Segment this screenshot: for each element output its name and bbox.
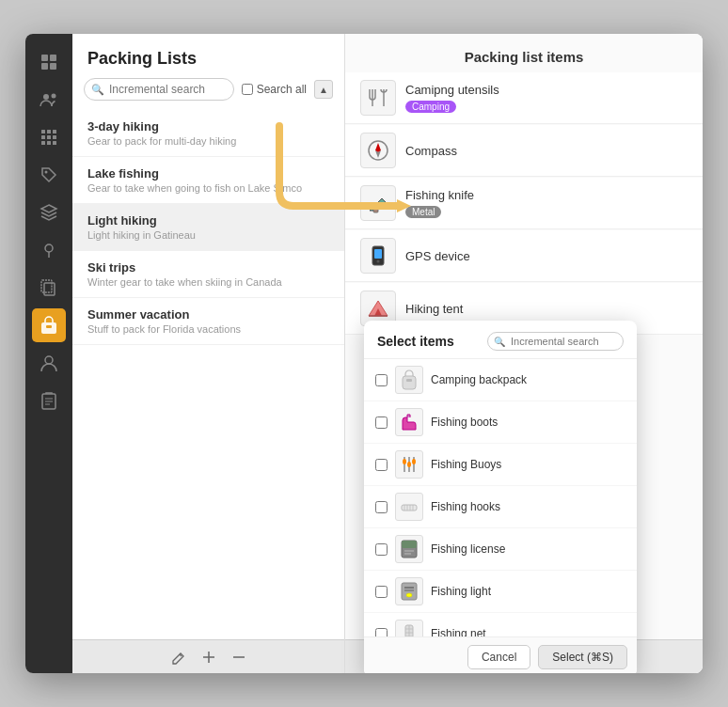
svg-rect-6 [41, 130, 45, 134]
svg-point-50 [412, 459, 416, 464]
svg-rect-13 [47, 141, 51, 145]
sidebar-icon-tag[interactable] [32, 158, 66, 192]
packing-item-gps[interactable]: GPS device [345, 230, 703, 282]
list-item-desc: Winter gear to take when skiing in Canad… [87, 276, 329, 288]
svg-rect-35 [373, 209, 378, 212]
list-item-title: Lake fishing [87, 166, 329, 181]
svg-rect-2 [41, 63, 48, 70]
svg-rect-18 [41, 280, 52, 292]
item-thumbnail [360, 185, 396, 221]
modal-search-input[interactable] [487, 332, 624, 351]
item-thumb [395, 535, 423, 563]
select-item-fishing-net[interactable]: Fishing net [364, 613, 637, 636]
select-item-fishing-light[interactable]: Fishing light [364, 571, 637, 613]
svg-point-16 [45, 244, 53, 252]
svg-rect-44 [406, 379, 412, 382]
svg-point-5 [52, 94, 56, 99]
svg-rect-60 [402, 583, 417, 600]
svg-rect-12 [41, 141, 45, 145]
sidebar-icon-chart[interactable] [32, 45, 66, 79]
sidebar-icon-clipboard[interactable] [32, 384, 66, 417]
sidebar-icon-pin[interactable] [32, 233, 66, 267]
sidebar-icon-bag[interactable] [32, 308, 66, 342]
sidebar-icon-layers[interactable] [32, 196, 66, 229]
search-input-wrapper: 🔍 [84, 78, 234, 101]
select-item-name: Fishing light [431, 585, 491, 598]
select-checkbox-fishing-buoys[interactable] [375, 459, 388, 471]
item-info: Fishing knife Metal [405, 188, 688, 219]
item-thumb [395, 450, 423, 479]
list-item-light-hiking[interactable]: Light hiking Light hiking in Gatineau [72, 204, 344, 251]
svg-rect-10 [47, 135, 51, 139]
select-item-fishing-hooks[interactable]: Fishing hooks [364, 486, 637, 528]
list-item-hiking-3day[interactable]: 3-day hiking Gear to pack for multi-day … [72, 110, 344, 157]
select-item-fishing-boots[interactable]: Fishing boots [364, 401, 637, 444]
packing-item-knife[interactable]: Fishing knife Metal [345, 178, 703, 229]
select-item-name: Fishing boots [431, 416, 498, 429]
select-item-name: Camping backpack [431, 373, 527, 386]
sidebar [25, 34, 72, 673]
item-thumbnail [360, 133, 396, 168]
item-thumb [395, 366, 423, 394]
list-item-lake-fishing[interactable]: Lake fishing Gear to take when going to … [72, 157, 344, 204]
svg-point-49 [407, 462, 411, 467]
item-thumb [395, 620, 423, 636]
search-all-label: Search all [242, 83, 307, 96]
sidebar-icon-user[interactable] [32, 346, 66, 380]
select-item-fishing-buoys[interactable]: Fishing Buoys [364, 444, 637, 486]
edit-button[interactable] [171, 650, 186, 665]
sidebar-icon-people[interactable] [32, 83, 66, 117]
list-item-summer-vacation[interactable]: Summer vacation Stuff to pack for Florid… [72, 298, 344, 345]
item-thumbnail [360, 80, 396, 116]
item-info: Camipng utensils Camping [405, 83, 688, 114]
select-item-name: Fishing net [431, 627, 486, 636]
select-item-name: Fishing Buoys [431, 458, 501, 471]
svg-point-38 [377, 260, 380, 263]
select-item-camping-backpack[interactable]: Camping backpack [364, 359, 637, 401]
select-item-name: Fishing hooks [431, 500, 500, 513]
svg-point-63 [406, 593, 412, 597]
expand-button[interactable]: ▲ [314, 80, 333, 99]
packing-item-compass[interactable]: Compass [345, 125, 703, 177]
packing-item-utensils[interactable]: Camipng utensils Camping [345, 72, 703, 124]
item-name: Fishing knife [405, 188, 688, 202]
search-all-checkbox[interactable] [242, 84, 253, 95]
add-button[interactable] [201, 650, 216, 665]
select-checkbox-fishing-net[interactable] [375, 628, 388, 637]
svg-rect-14 [53, 141, 56, 145]
svg-rect-17 [44, 283, 55, 295]
item-tag: Camping [405, 101, 456, 113]
select-checkbox-fishing-boots[interactable] [375, 416, 388, 429]
select-checkbox-fishing-hooks[interactable] [375, 501, 388, 513]
svg-rect-37 [374, 249, 382, 259]
select-item-name: Fishing license [431, 542, 505, 556]
select-button[interactable]: Select (⌘S) [538, 645, 627, 669]
item-tag: Metal [405, 206, 441, 218]
sidebar-icon-grid[interactable] [32, 120, 66, 154]
sidebar-icon-copy[interactable] [32, 271, 66, 305]
list-item-ski-trips[interactable]: Ski trips Winter gear to take when skiin… [72, 251, 344, 298]
select-item-fishing-license[interactable]: Fishing license [364, 528, 637, 571]
select-checkbox-fishing-license[interactable] [375, 543, 388, 556]
item-thumbnail [360, 238, 396, 274]
svg-rect-57 [402, 541, 417, 548]
select-checkbox-camping-backpack[interactable] [375, 374, 388, 386]
svg-rect-43 [403, 376, 416, 389]
select-checkbox-fishing-light[interactable] [375, 586, 388, 598]
modal-header: Select items 🔍 [364, 321, 637, 359]
modal-search-icon: 🔍 [494, 337, 505, 347]
svg-rect-20 [46, 325, 52, 328]
list-item-title: Light hiking [87, 213, 329, 228]
left-panel: Packing Lists 🔍 Search all ▲ 3-day hikin… [72, 34, 345, 673]
item-thumb [395, 577, 423, 605]
cancel-button[interactable]: Cancel [467, 645, 530, 669]
app-window: Packing Lists 🔍 Search all ▲ 3-day hikin… [25, 34, 703, 673]
search-input[interactable] [84, 78, 234, 101]
list-item-desc: Gear to take when going to fish on Lake … [87, 182, 329, 194]
right-panel-title: Packing list items [345, 34, 703, 72]
search-icon: 🔍 [91, 84, 104, 96]
list-item-title: Ski trips [87, 260, 329, 275]
remove-button[interactable] [231, 650, 246, 665]
svg-rect-0 [41, 55, 48, 61]
panel-title: Packing Lists [72, 34, 344, 78]
